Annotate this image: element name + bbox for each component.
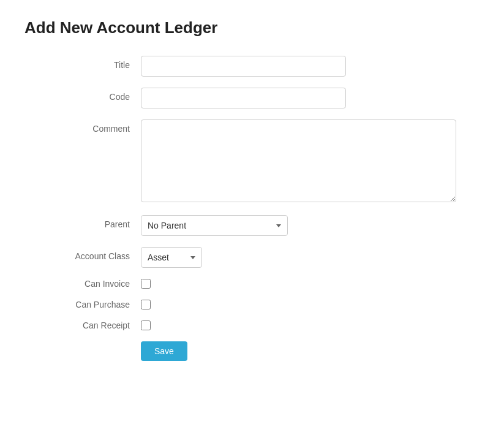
form-container: Title Code Comment Parent No Parent Acco… — [24, 56, 480, 361]
title-label: Title — [24, 56, 141, 70]
can-receipt-checkbox[interactable] — [141, 320, 151, 330]
account-class-select[interactable]: Asset Liability Equity Revenue Expense — [141, 247, 202, 268]
account-class-row: Account Class Asset Liability Equity Rev… — [24, 247, 480, 268]
can-invoice-label: Can Invoice — [24, 279, 141, 289]
title-row: Title — [24, 56, 480, 77]
parent-label: Parent — [24, 215, 141, 229]
code-row: Code — [24, 88, 480, 108]
parent-select[interactable]: No Parent — [141, 215, 288, 236]
can-purchase-checkbox[interactable] — [141, 300, 151, 309]
can-receipt-label: Can Receipt — [24, 320, 141, 330]
comment-label: Comment — [24, 119, 141, 134]
comment-control — [141, 119, 480, 204]
parent-control: No Parent — [141, 215, 480, 236]
account-class-label: Account Class — [24, 247, 141, 261]
can-invoice-row: Can Invoice — [24, 279, 480, 289]
can-purchase-row: Can Purchase — [24, 300, 480, 309]
parent-row: Parent No Parent — [24, 215, 480, 236]
account-class-control: Asset Liability Equity Revenue Expense — [141, 247, 480, 268]
can-receipt-row: Can Receipt — [24, 320, 480, 330]
can-purchase-label: Can Purchase — [24, 300, 141, 309]
save-row: Save — [141, 341, 480, 361]
title-input[interactable] — [141, 56, 346, 77]
can-invoice-checkbox[interactable] — [141, 279, 151, 289]
title-control — [141, 56, 480, 77]
code-input[interactable] — [141, 88, 346, 108]
code-control — [141, 88, 480, 108]
page-title: Add New Account Ledger — [24, 18, 480, 37]
comment-textarea[interactable] — [141, 119, 456, 202]
code-label: Code — [24, 88, 141, 102]
comment-row: Comment — [24, 119, 480, 204]
save-button[interactable]: Save — [141, 341, 187, 361]
